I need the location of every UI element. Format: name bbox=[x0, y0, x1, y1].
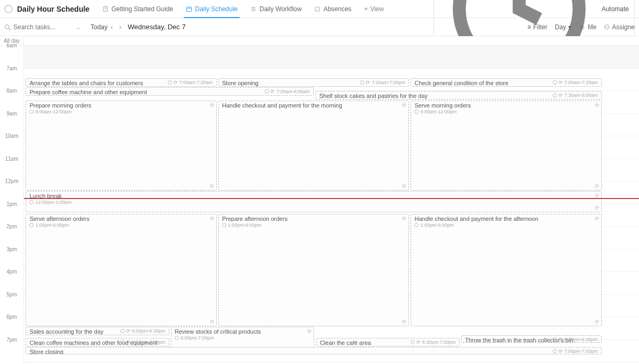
svg-rect-8 bbox=[316, 7, 320, 11]
chevron-down-icon: ⌄ bbox=[76, 23, 81, 31]
tab-label: Daily Schedule bbox=[195, 5, 237, 13]
filter-button[interactable]: ≡Filter bbox=[527, 23, 547, 31]
chevron-down-icon: ▾ bbox=[568, 23, 571, 31]
next-day-button[interactable]: › bbox=[116, 23, 125, 31]
tab-absences[interactable]: Absences bbox=[308, 0, 358, 18]
add-view-button[interactable]: +View bbox=[358, 0, 390, 18]
tab-label: Getting Started Guide bbox=[111, 5, 173, 13]
assignee-filter[interactable]: ⚇Assigne bbox=[604, 23, 635, 31]
tab-label: Absences bbox=[323, 5, 351, 13]
page-title: Daily Hour Schedule bbox=[17, 5, 89, 13]
tab-getting-started-guide[interactable]: Getting Started Guide bbox=[96, 0, 179, 18]
tab-daily-workflow[interactable]: Daily Workflow bbox=[244, 0, 308, 18]
current-date: Wednesday, Dec 7 bbox=[128, 23, 186, 31]
search-tasks[interactable]: ⌄ bbox=[4, 23, 84, 31]
svg-line-11 bbox=[9, 28, 10, 30]
tab-label: Daily Workflow bbox=[259, 5, 301, 13]
tab-icon bbox=[250, 6, 257, 12]
me-filter[interactable]: ☺Me bbox=[579, 23, 596, 31]
tab-icon bbox=[186, 6, 192, 12]
day-view-select[interactable]: Day▾ bbox=[555, 23, 571, 31]
today-button[interactable]: Today bbox=[91, 23, 108, 31]
users-icon: ⚇ bbox=[604, 23, 610, 31]
loading-icon bbox=[4, 5, 13, 13]
search-icon bbox=[4, 24, 11, 30]
filter-icon: ≡ bbox=[527, 23, 531, 31]
svg-rect-3 bbox=[187, 7, 192, 11]
automate-button[interactable]: Automate bbox=[433, 0, 635, 36]
tab-icon bbox=[314, 6, 321, 12]
tab-icon bbox=[102, 6, 109, 12]
svg-point-10 bbox=[5, 24, 10, 29]
automate-icon bbox=[439, 0, 599, 36]
user-icon: ☺ bbox=[579, 23, 585, 31]
tab-daily-schedule[interactable]: Daily Schedule bbox=[179, 0, 244, 18]
prev-day-button[interactable]: ‹ bbox=[108, 23, 116, 31]
search-input[interactable] bbox=[13, 23, 67, 31]
